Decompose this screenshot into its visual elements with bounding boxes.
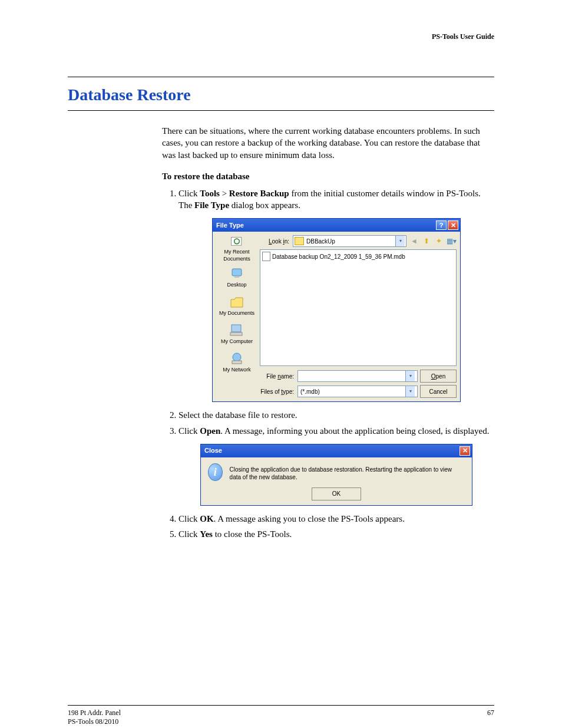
look-in-label: Look in: [260, 238, 290, 246]
sidebar-mydocs[interactable]: My Documents [219, 292, 255, 319]
open-button[interactable]: Open [420, 370, 457, 383]
sidebar-mynetwork[interactable]: My Network [219, 348, 255, 375]
step-1: Click Tools > Restore Backup from the in… [178, 187, 494, 403]
info-icon: i [208, 463, 223, 481]
folder-icon [295, 237, 304, 245]
back-icon[interactable]: ◄ [409, 236, 419, 246]
filetype-label: Files of type: [260, 388, 295, 396]
page-title: Database Restore [68, 85, 494, 104]
footer-line1: 198 Pt Addr. Panel [68, 709, 121, 717]
mdb-file-icon [262, 252, 270, 261]
up-icon[interactable]: ⬆ [421, 236, 432, 246]
file-dialog-title: File Type [216, 221, 244, 230]
page-number: 67 [487, 709, 494, 726]
svg-rect-5 [230, 332, 242, 335]
svg-rect-7 [232, 361, 242, 364]
step-3: Click Open. A message, informing you abo… [178, 425, 494, 506]
dropdown-icon[interactable]: ▾ [395, 236, 405, 246]
msg-title: Close [204, 446, 222, 455]
doc-header: PS-Tools User Guide [68, 32, 494, 41]
svg-rect-3 [234, 276, 239, 278]
step-4: Click OK. A message asking you to close … [178, 513, 494, 525]
filename-input[interactable]: ▾ [297, 370, 418, 382]
file-type-dialog: File Type ? ✕ My Recent Documents Deskto… [212, 218, 461, 402]
svg-point-6 [233, 353, 241, 361]
filename-label: File name: [260, 373, 295, 381]
help-icon[interactable]: ? [436, 220, 447, 230]
file-name: Database backup On2_12_2009 1_59_36 PM.m… [272, 253, 405, 261]
step-5: Click Yes to close the PS-Tools. [178, 528, 494, 540]
step-2: Select the database file to restore. [178, 409, 494, 421]
places-bar: My Recent Documents Desktop My Documents… [216, 235, 257, 398]
file-list-item[interactable]: Database backup On2_12_2009 1_59_36 PM.m… [262, 252, 454, 261]
dropdown-icon[interactable]: ▾ [405, 386, 415, 397]
page-footer: 198 Pt Addr. Panel PS-Tools 08/2010 67 [68, 705, 494, 726]
procedure-list: Click Tools > Restore Backup from the in… [162, 187, 494, 541]
sidebar-desktop[interactable]: Desktop [219, 263, 255, 291]
procedure-heading: To restore the database [162, 172, 494, 182]
look-in-combo[interactable]: DBBackUp ▾ [293, 235, 406, 247]
sidebar-mycomputer[interactable]: My Computer [219, 320, 255, 347]
cancel-button[interactable]: Cancel [420, 385, 457, 398]
intro-paragraph: There can be situations, where the curre… [162, 125, 494, 161]
filetype-combo[interactable]: (*.mdb)▾ [297, 386, 418, 397]
new-folder-icon[interactable]: ✦ [434, 236, 444, 246]
views-icon[interactable]: ▦▾ [446, 236, 457, 246]
toolbar-icons: ◄ ⬆ ✦ ▦▾ [409, 236, 457, 246]
sidebar-recent[interactable]: My Recent Documents [219, 235, 255, 262]
footer-line2: PS-Tools 08/2010 [68, 717, 121, 726]
look-in-value: DBBackUp [306, 238, 335, 246]
close-message-dialog: Close ✕ i Closing the application due to… [200, 444, 472, 506]
file-dialog-titlebar: File Type ? ✕ [213, 219, 460, 232]
svg-rect-2 [232, 269, 242, 276]
rule-under-title [68, 110, 494, 111]
ok-button[interactable]: OK [312, 487, 361, 500]
close-icon[interactable]: ✕ [448, 220, 458, 230]
svg-rect-4 [232, 325, 241, 332]
msg-text: Closing the application due to database … [230, 463, 465, 482]
dropdown-icon[interactable]: ▾ [405, 371, 415, 381]
file-list[interactable]: Database backup On2_12_2009 1_59_36 PM.m… [260, 249, 457, 366]
close-icon[interactable]: ✕ [459, 446, 470, 456]
msg-titlebar: Close ✕ [201, 444, 472, 457]
rule-top [68, 77, 494, 77]
